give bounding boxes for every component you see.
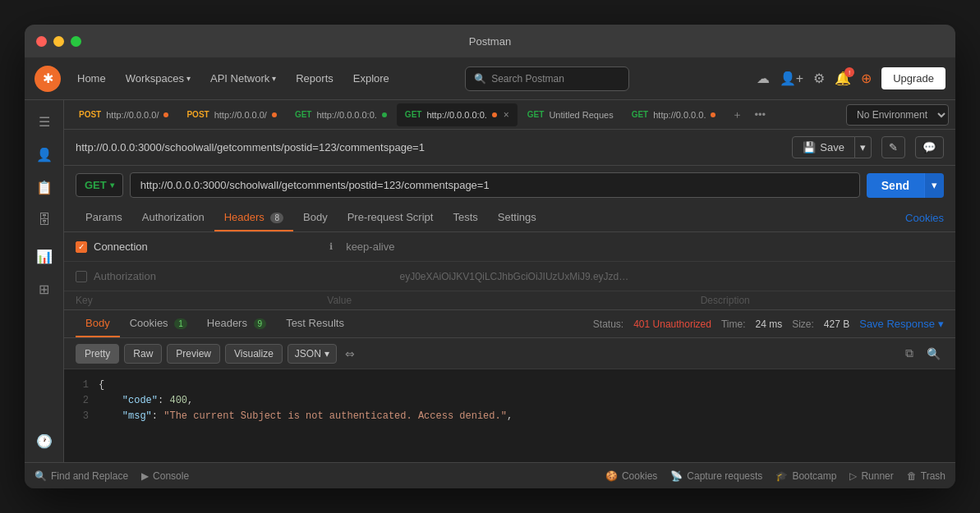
sync-icon[interactable]: ☁ — [757, 71, 770, 86]
resp-tab-body[interactable]: Body — [76, 310, 120, 337]
req-tab-prerequest[interactable]: Pre-request Script — [338, 204, 444, 231]
sidebar-icon-user[interactable]: 👤 — [30, 140, 59, 169]
nav-reports[interactable]: Reports — [288, 67, 342, 89]
cookies-item[interactable]: 🍪 Cookies — [605, 470, 657, 482]
sidebar-icon-history[interactable]: 📋 — [30, 172, 59, 202]
send-button[interactable]: Send — [867, 173, 924, 198]
nav-items: Home Workspaces ▾ API Network ▾ Reports … — [69, 67, 398, 89]
nav-explore[interactable]: Explore — [345, 67, 398, 89]
cookies-icon: 🍪 — [605, 470, 618, 482]
nav-api-network[interactable]: API Network ▾ — [202, 67, 284, 89]
add-tab-button[interactable]: ＋ — [725, 108, 749, 122]
nav-workspaces[interactable]: Workspaces ▾ — [117, 67, 199, 89]
resp-tab-cookies[interactable]: Cookies 1 — [120, 310, 197, 337]
tab-1[interactable]: POST http://0.0.0.0/ — [178, 103, 284, 126]
environment-selector[interactable]: No Environment — [846, 104, 949, 126]
main-content: ☰ 👤 📋 🗄 📊 ⊞ 🕐 POST http://0.0.0.0/ POST … — [25, 100, 955, 462]
window-title: Postman — [469, 35, 511, 48]
tab-dot-3 — [492, 112, 497, 117]
header-key-connection: Connection — [94, 240, 329, 253]
headers-column-row: Key Value Description — [64, 291, 955, 309]
tab-3[interactable]: GET http://0.0.0.0:0. × — [397, 103, 518, 126]
resp-tab-test-results[interactable]: Test Results — [276, 310, 354, 337]
runner-item[interactable]: ▷ Runner — [849, 470, 893, 482]
sidebar: ☰ 👤 📋 🗄 📊 ⊞ 🕐 — [25, 100, 64, 462]
traffic-lights — [36, 36, 81, 47]
header-row-auth: Authorization eyJ0eXAiOiJKV1QiLCJhbGciOi… — [64, 262, 955, 291]
bottom-bar: 🔍 Find and Replace ▶ Console 🍪 Cookies 📡… — [25, 462, 955, 488]
status-info: Status: 401 Unauthorized Time: 24 ms Siz… — [593, 318, 944, 330]
nav-home[interactable]: Home — [69, 67, 114, 89]
comment-button[interactable]: 💬 — [915, 136, 944, 158]
wrap-icon[interactable]: ⇔ — [342, 344, 358, 364]
header-value-connection: keep-alive — [338, 240, 700, 253]
sidebar-icon-clock[interactable]: 🕐 — [30, 426, 59, 456]
sidebar-icon-menu[interactable]: ☰ — [30, 107, 59, 136]
response-toolbar: Pretty Raw Preview Visualize JSON ▾ ⇔ ⧉ … — [64, 338, 955, 369]
workspaces-chevron: ▾ — [186, 74, 191, 83]
notifications-icon[interactable]: 🔔! — [835, 71, 851, 86]
minimize-button[interactable] — [53, 36, 64, 47]
method-url-row: GET ▾ Send ▾ — [64, 166, 955, 204]
save-button[interactable]: 💾 Save — [792, 136, 855, 158]
tab-0[interactable]: POST http://0.0.0.0/ — [71, 103, 177, 126]
find-replace-item[interactable]: 🔍 Find and Replace — [35, 470, 128, 482]
profile-icon[interactable]: ⊕ — [861, 71, 872, 86]
breadcrumb-url: http://0.0.0.0:3000/schoolwall/getcommen… — [76, 141, 785, 153]
preview-button[interactable]: Preview — [167, 344, 220, 364]
save-dropdown-button[interactable]: ▾ — [855, 136, 872, 158]
save-button-group: 💾 Save ▾ — [792, 136, 872, 158]
desc-column-header: Description — [692, 295, 944, 306]
sidebar-icon-grid[interactable]: ⊞ — [30, 274, 59, 304]
raw-button[interactable]: Raw — [124, 344, 162, 364]
req-tab-settings[interactable]: Settings — [488, 204, 546, 231]
maximize-button[interactable] — [71, 36, 81, 47]
headers-table: ✓ Connection ℹ keep-alive Authorization … — [64, 232, 955, 309]
json-chevron: ▾ — [324, 348, 329, 360]
json-format-selector[interactable]: JSON ▾ — [288, 344, 337, 364]
tab-2[interactable]: GET http://0.0.0.0:0. — [287, 103, 395, 126]
copy-icon[interactable]: ⧉ — [902, 343, 917, 364]
tab-dot-1 — [272, 112, 277, 117]
upgrade-button[interactable]: Upgrade — [881, 67, 945, 89]
req-tab-body[interactable]: Body — [293, 204, 338, 231]
search-bar[interactable]: 🔍 Search Postman — [465, 66, 629, 91]
invite-icon[interactable]: 👤+ — [780, 71, 803, 86]
url-input[interactable] — [130, 172, 860, 198]
code-view: 1 { 2 "code": 400, 3 "msg": "The current… — [64, 369, 955, 462]
titlebar: Postman — [25, 25, 955, 57]
trash-item[interactable]: 🗑 Trash — [907, 470, 945, 482]
header-checkbox-connection[interactable]: ✓ — [76, 241, 87, 253]
resp-tab-headers[interactable]: Headers 9 — [197, 310, 276, 337]
code-line-1: 1 { — [76, 378, 944, 393]
req-tab-params[interactable]: Params — [76, 204, 132, 231]
bootcamp-item[interactable]: 🎓 Bootcamp — [775, 470, 836, 482]
sidebar-icon-charts[interactable]: 📊 — [30, 241, 59, 271]
close-button[interactable] — [36, 36, 47, 47]
postman-logo[interactable]: ✱ — [35, 66, 61, 92]
cookies-link[interactable]: Cookies — [905, 212, 944, 224]
send-dropdown-button[interactable]: ▾ — [924, 173, 944, 198]
more-tabs-button[interactable]: ••• — [751, 108, 769, 121]
save-response-button[interactable]: Save Response ▾ — [859, 318, 944, 330]
tab-5[interactable]: GET http://0.0.0.0. — [623, 103, 725, 126]
find-replace-icon: 🔍 — [35, 470, 47, 482]
method-selector[interactable]: GET ▾ — [76, 173, 123, 197]
code-line-2: 2 "code": 400, — [76, 393, 944, 409]
header-value-auth: eyJ0eXAiOiJKV1QiLCJhbGciOiJIUzUxMiJ9.eyJ… — [392, 271, 638, 282]
search-response-icon[interactable]: 🔍 — [923, 343, 944, 364]
tab-4[interactable]: GET Untitled Reques — [519, 103, 622, 126]
save-icon: 💾 — [803, 141, 816, 153]
req-tab-tests[interactable]: Tests — [443, 204, 487, 231]
edit-button[interactable]: ✎ — [881, 136, 905, 158]
visualize-button[interactable]: Visualize — [225, 344, 283, 364]
req-tab-authorization[interactable]: Authorization — [132, 204, 214, 231]
settings-icon[interactable]: ⚙ — [813, 71, 825, 86]
pretty-button[interactable]: Pretty — [76, 344, 119, 364]
capture-item[interactable]: 📡 Capture requests — [670, 470, 762, 482]
sidebar-icon-collections[interactable]: 🗄 — [30, 205, 59, 235]
console-item[interactable]: ▶ Console — [141, 470, 189, 482]
header-checkbox-auth[interactable] — [76, 271, 87, 282]
tab-close-3[interactable]: × — [504, 109, 509, 121]
req-tab-headers[interactable]: Headers 8 — [214, 204, 293, 231]
